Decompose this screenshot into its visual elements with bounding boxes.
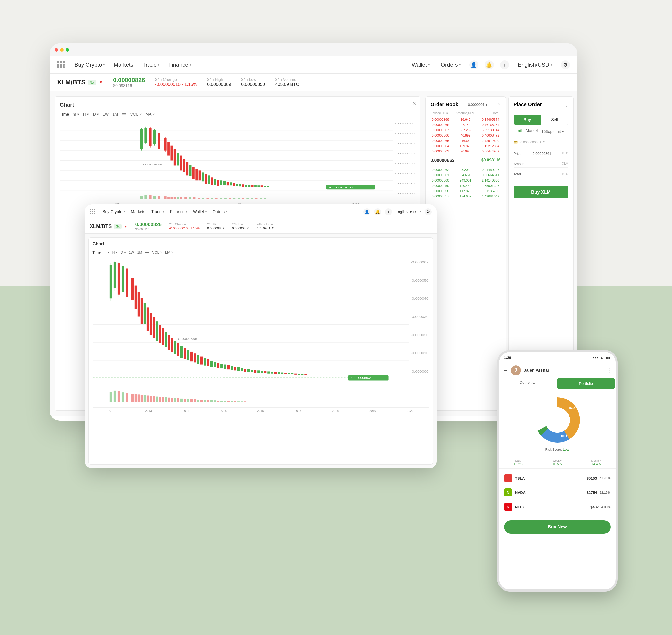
po-buy-btn[interactable]: Buy xyxy=(514,115,541,125)
ticker-change-value: -0.00000010 · 1.15% xyxy=(155,82,197,87)
po-more-icon[interactable]: ⋮ xyxy=(564,104,568,109)
ctrl-ma[interactable]: MA × xyxy=(145,112,155,117)
tab-ctrl-h[interactable]: H ▾ xyxy=(112,250,118,255)
tab-ctrl-1w[interactable]: 1W xyxy=(129,250,134,255)
svg-rect-61 xyxy=(257,185,260,187)
po-tab-market[interactable]: Market xyxy=(526,129,538,134)
po-tab-stop-limit[interactable]: ℹ Stop-limit ▾ xyxy=(542,129,564,134)
svg-rect-130 xyxy=(152,317,155,338)
ctrl-bars[interactable]: ≡≡ xyxy=(122,112,127,117)
grid-icon[interactable] xyxy=(57,61,65,69)
po-tab-limit[interactable]: Limit xyxy=(514,129,522,134)
po-amount-field: Amount XLM xyxy=(514,160,568,168)
svg-rect-160 xyxy=(251,370,253,372)
back-arrow-icon[interactable]: ← xyxy=(503,367,508,373)
nav-wallet[interactable]: Wallet ▾ xyxy=(409,62,432,68)
minimize-dot[interactable] xyxy=(60,48,64,51)
tab-x-2018: 2018 xyxy=(332,409,339,413)
maximize-dot[interactable] xyxy=(66,48,69,51)
svg-rect-91 xyxy=(251,198,253,199)
nav-language[interactable]: English/USD ▾ xyxy=(515,62,555,68)
orders-arrow: ▾ xyxy=(459,63,460,67)
ctrl-m[interactable]: m ▾ xyxy=(73,112,80,117)
ctrl-h[interactable]: H ▾ xyxy=(83,112,89,117)
user-icon-btn[interactable]: 👤 xyxy=(469,60,478,69)
svg-rect-92 xyxy=(255,198,257,199)
po-amount-unit: XLM xyxy=(562,162,568,166)
ob-col-amount: Amount(XLM) xyxy=(454,111,477,115)
chart-close-btn[interactable]: ✕ xyxy=(412,100,416,106)
tablet-nav-trade[interactable]: Trade ▾ xyxy=(148,204,167,219)
buy-xlm-button[interactable]: Buy XLM xyxy=(514,186,568,198)
nav-orders[interactable]: Orders ▾ xyxy=(438,62,463,68)
ctrl-vol[interactable]: VOL × xyxy=(130,112,142,117)
tablet-user-icon[interactable]: 👤 xyxy=(363,209,370,215)
tablet-nav-markets[interactable]: Markets xyxy=(128,204,148,219)
tablet-settings-icon[interactable]: ⚙ xyxy=(425,209,432,215)
svg-rect-78 xyxy=(193,197,195,199)
svg-rect-158 xyxy=(244,369,246,372)
bell-icon-btn[interactable]: 🔔 xyxy=(485,60,494,69)
svg-rect-52 xyxy=(230,182,232,185)
mobile-tabs: Overview Portfolio xyxy=(499,377,616,390)
buy-crypto-arrow: ▾ xyxy=(103,63,105,67)
svg-rect-56 xyxy=(242,184,244,187)
svg-rect-150 xyxy=(217,363,219,368)
close-dot[interactable] xyxy=(55,48,58,51)
ctrl-1w[interactable]: 1W xyxy=(103,112,109,117)
tab-ctrl-time[interactable]: Time xyxy=(92,250,101,255)
tab-ctrl-m[interactable]: m ▾ xyxy=(104,250,109,255)
ctrl-1m[interactable]: 1M xyxy=(112,112,118,117)
mobile-tab-portfolio[interactable]: Portfolio xyxy=(557,378,615,389)
po-buy-sell-toggle: Buy Sell xyxy=(514,115,568,125)
tab-ctrl-vol[interactable]: VOL × xyxy=(152,250,162,255)
tablet-language[interactable]: English/USD xyxy=(396,210,416,214)
ctrl-d[interactable]: D ▾ xyxy=(93,112,99,117)
tablet-nav-buy-crypto[interactable]: Buy Crypto ▾ xyxy=(100,204,128,219)
nav-finance[interactable]: Finance ▾ xyxy=(164,56,195,74)
svg-rect-157 xyxy=(241,368,243,371)
tablet-bell-icon[interactable]: 🔔 xyxy=(374,209,381,215)
tablet-volume: 24h Volume 405.09 BTC xyxy=(257,223,274,230)
tab-ctrl-ma[interactable]: MA × xyxy=(165,250,173,255)
tablet-chart-area: -0.00006789 -0.00005000 -0.00004000 -0.0… xyxy=(92,257,429,408)
more-options-icon[interactable]: ⋮ xyxy=(606,367,612,374)
svg-rect-41 xyxy=(195,169,198,180)
tablet-nav-orders[interactable]: Orders ▾ xyxy=(210,204,231,219)
nav-trade[interactable]: Trade ▾ xyxy=(138,56,164,74)
po-price-field: Price 0.00000861 BTC xyxy=(514,150,568,157)
ctrl-time[interactable]: Time xyxy=(60,112,69,117)
svg-rect-80 xyxy=(202,198,204,199)
stop-limit-icon: ℹ xyxy=(542,130,543,133)
upload-icon-btn[interactable]: ↑ xyxy=(500,60,509,69)
svg-rect-137 xyxy=(174,341,176,354)
nav-markets[interactable]: Markets xyxy=(109,56,138,74)
svg-rect-221 xyxy=(257,402,260,402)
mobile-tab-overview[interactable]: Overview xyxy=(499,377,556,390)
mobile-header: ← J Jaleh Afshar ⋮ xyxy=(499,363,616,377)
tab-ctrl-1m[interactable]: 1M xyxy=(137,250,142,255)
ob-close-btn[interactable]: ✕ xyxy=(497,102,501,107)
tab-ctrl-d[interactable]: D ▾ xyxy=(121,250,126,255)
po-sell-btn[interactable]: Sell xyxy=(541,115,568,125)
tablet-ticker-name: XLM/BTS xyxy=(90,223,112,229)
nav-buy-crypto[interactable]: Buy Crypto ▾ xyxy=(70,56,109,74)
settings-icon-btn[interactable]: ⚙ xyxy=(561,60,570,69)
tablet-nav: Buy Crypto ▾ Markets Trade ▾ Finance ▾ W… xyxy=(85,204,437,219)
svg-rect-36 xyxy=(180,156,182,171)
po-price-label: Price xyxy=(514,152,522,156)
donut-tsla-label: TSLA xyxy=(569,407,575,409)
tablet-grid-icon[interactable] xyxy=(90,209,96,215)
ticker-usd-price: $0.098116 xyxy=(113,84,145,88)
ob-decimal-dropdown[interactable]: 0.0000001 ▾ xyxy=(468,103,487,107)
tablet-nav-wallet[interactable]: Wallet ▾ xyxy=(190,204,210,219)
tablet-nav-finance[interactable]: Finance ▾ xyxy=(167,204,190,219)
tab-x-2014: 2014 xyxy=(182,409,189,413)
svg-text:-0.0000555: -0.0000555 xyxy=(140,163,162,166)
svg-rect-53 xyxy=(233,183,235,185)
ticker-high-value: 0.00000889 xyxy=(207,82,231,87)
tablet-upload-icon[interactable]: ↑ xyxy=(385,209,392,215)
svg-text:-0.00006000: -0.00006000 xyxy=(395,132,415,135)
tab-ctrl-bars[interactable]: ≡≡ xyxy=(145,250,149,255)
mobile-buy-new-button[interactable]: Buy New xyxy=(504,520,611,534)
